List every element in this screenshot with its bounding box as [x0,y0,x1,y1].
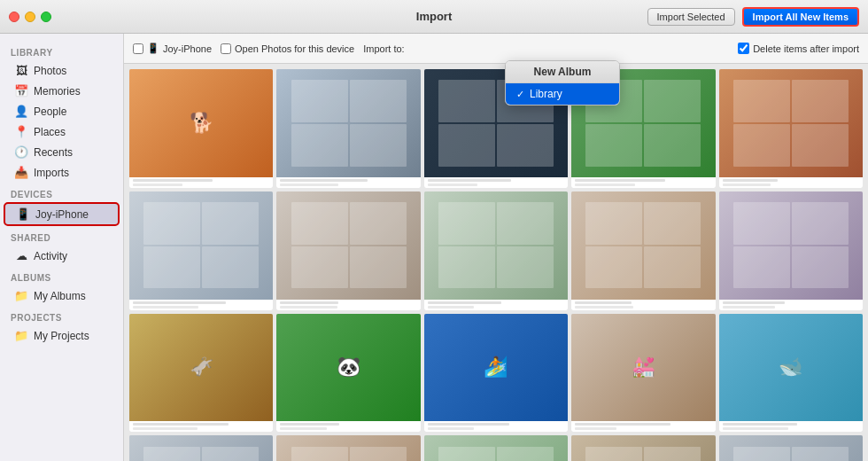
photo-meta [424,177,568,188]
sidebar-item-label: Activity [34,250,67,262]
photo-cell[interactable] [276,69,420,188]
sidebar-item-photos[interactable]: 🖼 Photos [4,60,120,81]
photo-thumbnail: 🏄 [424,314,568,422]
photo-thumbnail [719,69,863,177]
delete-label: Delete items after import [753,43,859,54]
sidebar-item-recents[interactable]: 🕐 Recents [4,142,120,162]
photo-meta [424,300,568,310]
photo-cell[interactable]: 🐋 [719,314,863,433]
sidebar-item-joy-iphone[interactable]: 📱 Joy-iPhone [4,202,120,226]
photo-cell[interactable] [571,435,715,461]
photo-meta [276,177,420,188]
close-button[interactable] [9,12,19,22]
photo-thumbnail: 🐋 [719,314,863,422]
photo-thumbnail [571,191,715,300]
photo-cell[interactable] [276,191,420,310]
sidebar-section-library: Library [0,41,123,60]
photo-grid: 🐕🫏🐼🏄💒🐋🍂🌊☂️🧩🦑 [129,69,863,461]
sidebar-item-my-projects[interactable]: 📁 My Projects [4,325,120,346]
photo-thumbnail: 💒 [571,314,715,422]
sidebar-section-albums: Albums [0,266,123,285]
photo-cell[interactable] [719,435,863,461]
main-area: Library 🖼 Photos 📅 Memories 👤 People 📍 P… [0,34,868,461]
dropdown-header: New Album [506,61,619,83]
photo-meta [719,421,863,432]
photo-thumbnail [571,435,715,461]
photo-thumbnail [276,191,420,300]
photo-meta [719,300,863,310]
sidebar-item-label: Places [34,126,66,138]
photo-thumbnail [276,435,420,461]
recents-icon: 🕐 [14,145,28,159]
device-selector[interactable]: 📱 Joy-iPhone [133,43,212,54]
photo-cell[interactable] [129,191,273,310]
import-selected-button[interactable]: Import Selected [647,8,735,26]
sidebar-item-people[interactable]: 👤 People [4,101,120,121]
photo-thumbnail [129,191,273,300]
photo-thumbnail: 🐕 [129,69,273,177]
photo-meta [129,177,273,188]
photo-cell[interactable]: 🏄 [424,314,568,433]
projects-icon: 📁 [14,329,28,342]
sidebar-item-label: Recents [34,146,73,159]
photo-thumbnail: 🐼 [276,314,420,422]
import-destination-dropdown[interactable]: New Album ✓ Library [505,60,620,105]
photo-meta [571,300,715,310]
window-title: Import [416,10,452,23]
sidebar-item-imports[interactable]: 📥 Imports [4,162,120,183]
photos-icon: 🖼 [14,64,28,77]
photo-cell[interactable] [424,191,568,310]
sidebar-item-activity[interactable]: ☁ Activity [4,246,120,266]
people-icon: 👤 [14,105,28,118]
title-bar-actions: Import Selected Import All New Items [647,7,859,27]
photo-cell[interactable] [719,69,863,188]
photo-meta [571,177,715,188]
imports-icon: 📥 [14,166,28,179]
photo-thumbnail [129,435,273,461]
photo-thumbnail: 🫏 [129,314,273,422]
open-photos-label: Open Photos for this device [235,43,354,54]
sidebar-item-label: Photos [34,65,66,77]
sidebar-section-projects: Projects [0,306,123,325]
photo-cell[interactable] [276,435,420,461]
dropdown-option-label: Library [530,88,562,100]
photo-cell[interactable] [571,191,715,310]
open-photos-option[interactable]: Open Photos for this device [221,43,354,54]
photo-meta [129,300,273,310]
photo-thumbnail [719,191,863,300]
photo-meta [129,421,273,432]
delete-after-import-option[interactable]: Delete items after import [738,43,859,54]
photo-meta [424,421,568,432]
sidebar-item-label: Joy-iPhone [35,208,89,221]
photo-thumbnail [719,435,863,461]
sidebar-item-memories[interactable]: 📅 Memories [4,81,120,101]
dropdown-library-option[interactable]: ✓ Library [506,83,619,105]
maximize-button[interactable] [41,12,51,22]
places-icon: 📍 [14,125,28,138]
photo-thumbnail [276,69,420,177]
photo-thumbnail [424,191,568,300]
check-icon: ✓ [516,89,524,100]
photo-meta [719,177,863,188]
delete-checkbox[interactable] [738,43,749,54]
albums-icon: 📁 [14,289,28,302]
device-checkbox[interactable] [133,43,143,54]
sidebar-item-places[interactable]: 📍 Places [4,121,120,142]
open-photos-checkbox[interactable] [221,43,231,54]
photo-cell[interactable] [424,435,568,461]
photo-meta [276,421,420,432]
photo-thumbnail [424,435,568,461]
photo-cell[interactable]: 💒 [571,314,715,433]
sidebar-item-label: My Albums [34,290,86,302]
import-all-button[interactable]: Import All New Items [742,7,859,27]
photo-cell[interactable] [129,435,273,461]
photo-cell[interactable] [719,191,863,310]
sidebar: Library 🖼 Photos 📅 Memories 👤 People 📍 P… [0,34,124,461]
sidebar-item-my-albums[interactable]: 📁 My Albums [4,285,120,306]
photo-cell[interactable]: 🫏 [129,314,273,433]
device-name: Joy-iPhone [163,43,212,54]
sidebar-item-label: Imports [34,167,69,179]
photo-cell[interactable]: 🐕 [129,69,273,188]
photo-cell[interactable]: 🐼 [276,314,420,433]
minimize-button[interactable] [25,12,35,22]
